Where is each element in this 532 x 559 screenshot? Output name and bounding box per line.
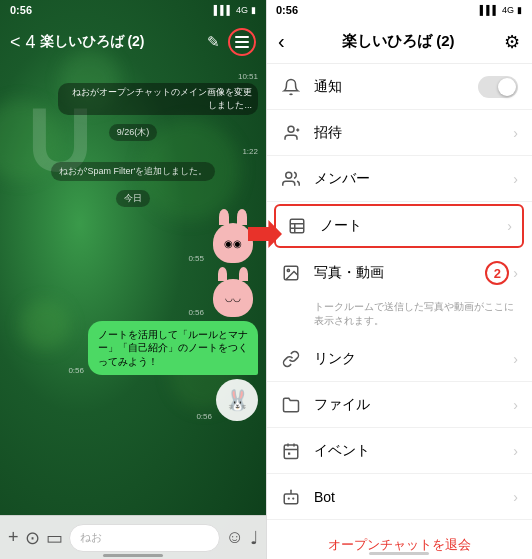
- bunny-face-2: ◡◡: [225, 293, 241, 303]
- plus-icon[interactable]: +: [8, 527, 19, 548]
- sys-time-1: 10:51: [8, 72, 258, 81]
- svg-point-16: [288, 497, 290, 499]
- sticker-time-2: 0:56: [188, 308, 204, 317]
- chat-area: 10:51 ねおがオープンチャットのメイン画像を変更しました... 9/26(木…: [0, 64, 266, 515]
- sticker-row-2: 0:56 ◡◡: [8, 267, 258, 317]
- pencil-icon[interactable]: ✎: [207, 33, 220, 51]
- status-icons-left: ▌▌▌ 4G ▮: [214, 5, 256, 15]
- system-center-msg: ねおが'Spam Filter'を追加しました。: [8, 160, 258, 181]
- links-chevron: ›: [513, 351, 518, 367]
- svg-point-9: [287, 269, 289, 271]
- svg-rect-14: [288, 452, 290, 454]
- settings-item-photos[interactable]: 写真・動画 2 ›: [266, 250, 532, 296]
- sticker-row-1: 0:55 ◉◉: [8, 213, 258, 263]
- invite-label: 招待: [314, 124, 513, 142]
- hamburger-line-1: [235, 36, 249, 38]
- photos-label: 写真・動画: [314, 264, 477, 282]
- svg-rect-10: [284, 445, 298, 459]
- bunny-ear-right-2: [239, 267, 248, 281]
- chat-input-field[interactable]: ねお: [69, 524, 220, 552]
- bot-label: Bot: [314, 489, 513, 505]
- notes-chevron: ›: [507, 218, 512, 234]
- camera-icon[interactable]: ⊙: [25, 527, 40, 549]
- files-label: ファイル: [314, 396, 513, 414]
- input-placeholder: ねお: [80, 530, 102, 545]
- photos-chevron: ›: [513, 265, 518, 281]
- status-bar-left: 0:56 ▌▌▌ 4G ▮: [0, 0, 266, 20]
- hamburger-line-2: [235, 41, 249, 43]
- system-msg-2: 1:22: [8, 147, 258, 156]
- home-bar-right: [369, 552, 429, 555]
- settings-item-invite[interactable]: 招待 ›: [266, 110, 532, 156]
- events-chevron: ›: [513, 443, 518, 459]
- photo-icon[interactable]: ▭: [46, 527, 63, 549]
- bot-chevron: ›: [513, 489, 518, 505]
- settings-item-bot[interactable]: Bot ›: [266, 474, 532, 520]
- svg-rect-4: [290, 219, 304, 233]
- events-label: イベント: [314, 442, 513, 460]
- bubble-time: 0:56: [68, 366, 84, 375]
- invite-icon: [280, 122, 302, 144]
- settings-item-links[interactable]: リンク ›: [266, 336, 532, 382]
- hamburger-menu-button[interactable]: [228, 28, 256, 56]
- files-chevron: ›: [513, 397, 518, 413]
- status-bar-right: 0:56 ▌▌▌ 4G ▮: [266, 0, 532, 20]
- bunny-ear-left-2: [218, 267, 227, 281]
- chat-title-right: 楽しいひろば (2): [293, 32, 504, 51]
- back-button-left[interactable]: < 4: [10, 32, 36, 53]
- today-text: 今日: [116, 190, 150, 207]
- signal-icon-left: ▌▌▌: [214, 5, 233, 15]
- today-divider: 今日: [8, 187, 258, 207]
- settings-item-files[interactable]: ファイル ›: [266, 382, 532, 428]
- green-bubble-row: 0:56 ノートを活用して「ルールとマナー」「自己紹介」のノートをつくってみよう…: [8, 321, 258, 375]
- svg-point-18: [290, 489, 292, 491]
- back-button-right[interactable]: ‹: [278, 30, 285, 53]
- header-right: ‹ 楽しいひろば (2) ⚙: [266, 20, 532, 64]
- bunny-body-2: ◡◡: [213, 279, 253, 317]
- notification-label: 通知: [314, 78, 478, 96]
- members-label: メンバー: [314, 170, 513, 188]
- home-bar-left: [103, 554, 163, 557]
- mic-icon[interactable]: ♩: [250, 527, 258, 549]
- hamburger-line-3: [235, 46, 249, 48]
- sticker-3: 🐰: [216, 379, 258, 421]
- emoji-icon[interactable]: ☺: [226, 527, 244, 548]
- settings-item-notification[interactable]: 通知: [266, 64, 532, 110]
- svg-point-0: [288, 126, 294, 132]
- arrow-container: [248, 220, 282, 248]
- system-msg-1: 10:51 ねおがオープンチャットのメイン画像を変更しました...: [8, 72, 258, 115]
- network-type-right: 4G: [502, 5, 514, 15]
- sys-msg-bubble-1: ねおがオープンチャットのメイン画像を変更しました...: [58, 83, 258, 115]
- photos-subtext: トークルームで送信した写真や動画がここに表示されます。: [266, 296, 532, 336]
- settings-item-members[interactable]: メンバー ›: [266, 156, 532, 202]
- input-bar-left: + ⊙ ▭ ねお ☺ ♩: [0, 515, 266, 559]
- right-panel: 0:56 ▌▌▌ 4G ▮ ‹ 楽しいひろば (2) ⚙ 通知: [266, 0, 532, 559]
- network-type-left: 4G: [236, 5, 248, 15]
- members-icon: [280, 168, 302, 190]
- files-icon: [280, 394, 302, 416]
- sticker-2: ◡◡: [208, 267, 258, 317]
- notification-toggle[interactable]: [478, 76, 518, 98]
- svg-point-3: [286, 172, 292, 178]
- signal-icon-right: ▌▌▌: [480, 5, 499, 15]
- settings-item-notes[interactable]: ノート ›: [274, 204, 524, 248]
- gear-button[interactable]: ⚙: [504, 31, 520, 53]
- bunny-face-1: ◉◉: [224, 238, 242, 249]
- left-panel: U 0:56 ▌▌▌ 4G ▮ < 4 楽しいひろば (2) ✎ 10:51 ね…: [0, 0, 266, 559]
- sys-center-bubble: ねおが'Spam Filter'を追加しました。: [51, 162, 215, 181]
- links-icon: [280, 348, 302, 370]
- chat-bubble-green: ノートを活用して「ルールとマナー」「自己紹介」のノートをつくってみよう！: [88, 321, 258, 375]
- panel-divider: [266, 0, 267, 559]
- notes-label: ノート: [320, 217, 507, 235]
- bunny-body-1: ◉◉: [213, 223, 253, 263]
- svg-point-17: [292, 497, 294, 499]
- sticker-row-3: 0:56 🐰: [8, 379, 258, 421]
- date-divider-1: 9/26(木): [8, 121, 258, 141]
- links-label: リンク: [314, 350, 513, 368]
- status-time-left: 0:56: [10, 4, 32, 16]
- header-left: < 4 楽しいひろば (2) ✎: [0, 20, 266, 64]
- status-icons-right: ▌▌▌ 4G ▮: [480, 5, 522, 15]
- settings-item-events[interactable]: イベント ›: [266, 428, 532, 474]
- notification-icon: [280, 76, 302, 98]
- events-icon: [280, 440, 302, 462]
